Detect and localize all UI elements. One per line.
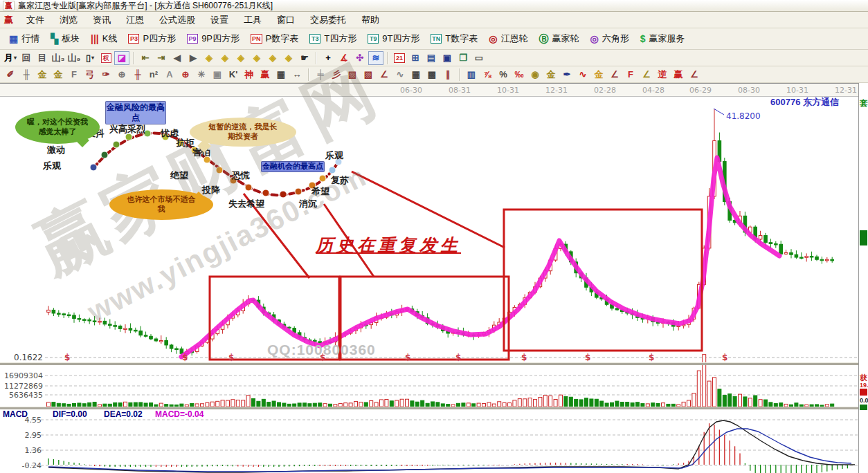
t9-square-button[interactable]: T99T四方形 [363, 30, 424, 47]
shen-tool-icon[interactable]: 神 [242, 68, 257, 82]
marker-icon[interactable]: ✑ [98, 68, 114, 82]
box-target-icon[interactable]: ▣ [210, 68, 225, 82]
last-page-icon[interactable]: ⇥ [154, 51, 169, 65]
save-icon[interactable]: ▣ [440, 51, 455, 65]
period-selector[interactable]: 月▾ [3, 51, 18, 65]
ruler-icon[interactable]: ╫ [130, 68, 145, 82]
p-square-button[interactable]: P3P四方形 [123, 30, 181, 47]
wave-tool-icon: ≋ [372, 53, 380, 63]
menu-item-文件[interactable]: 文件 [19, 12, 52, 28]
angleF-icon[interactable]: F [623, 68, 638, 82]
circle3-icon[interactable]: ⊕ [114, 68, 129, 82]
menu-item-浏览[interactable]: 浏览 [52, 12, 85, 28]
expand-h-icon[interactable]: ◈ [233, 51, 248, 65]
ex-rights-icon[interactable]: 权 [98, 51, 114, 65]
angle-gold-icon[interactable]: ∠ [639, 68, 654, 82]
psych-stage-label: 希望 [311, 185, 329, 198]
ink-icon[interactable]: ✒ [559, 68, 575, 82]
menu-item-江恩[interactable]: 江恩 [118, 12, 152, 28]
menu-item-资讯[interactable]: 资讯 [85, 12, 118, 28]
target-icon[interactable]: ⊕ [178, 68, 193, 82]
last-page-icon: ⇥ [158, 53, 165, 63]
right-strip-label: 19. [860, 382, 868, 389]
drag-hand-icon[interactable]: ☛ [297, 51, 312, 65]
compress-h-icon[interactable]: ◈ [249, 51, 264, 65]
pane-splitter-volume[interactable] [0, 362, 868, 365]
menu-item-窗口[interactable]: 窗口 [269, 12, 302, 28]
winner-wheel-button[interactable]: Ⓑ赢家轮 [534, 30, 584, 47]
ying-angle-icon[interactable]: 赢 [671, 68, 686, 82]
sectors-button[interactable]: ▚板块 [46, 30, 84, 47]
gold-circle-icon[interactable]: ◉ [527, 68, 543, 82]
info-panel-icon[interactable]: 目 [35, 51, 50, 65]
gold-line-icon[interactable]: 金 [543, 68, 559, 82]
windows-icon[interactable]: ❐ [455, 51, 471, 65]
market-button[interactable]: ▦行情 [4, 30, 44, 47]
percent-icon[interactable]: % [496, 68, 511, 82]
next-page-icon: ▶ [190, 53, 197, 63]
pencil-icon[interactable]: ✐ [3, 68, 18, 82]
calendar-icon[interactable]: 21 [392, 51, 407, 65]
grid2-icon[interactable]: ▦ [408, 68, 424, 82]
compress-right-icon[interactable]: ◈ [217, 51, 233, 65]
t-number-button[interactable]: TNT数字表 [426, 30, 482, 47]
wave2-icon[interactable]: ∿ [392, 68, 408, 82]
spiral-icon: 弓 [86, 68, 95, 81]
calculator-icon[interactable]: ⊞ [408, 51, 423, 65]
kline-button[interactable]: |||K线 [86, 30, 122, 47]
candle-style-icon[interactable]: ▯▾ [82, 51, 98, 65]
gann-wheel-button[interactable]: ◎江恩轮 [484, 30, 532, 47]
macd-scale-label: 1.36 [25, 446, 42, 455]
overlay-icon[interactable]: 回 [19, 51, 34, 65]
menu-bar: 赢 文件浏览资讯江恩公式选股设置工具窗口交易委托帮助 [0, 12, 868, 28]
trend-line-icon[interactable]: ∠ [377, 68, 392, 82]
wave-tool-icon[interactable]: ≋ [368, 51, 383, 65]
menu-item-帮助[interactable]: 帮助 [354, 12, 387, 28]
p-number-button[interactable]: PNP数字表 [246, 30, 303, 47]
scale-icon[interactable]: ▥ [464, 68, 479, 82]
channel-icon[interactable]: ∿ [575, 68, 590, 82]
first-page-icon[interactable]: ⇤ [138, 51, 153, 65]
wave-count-icon[interactable]: K' [226, 68, 241, 82]
grid3-icon[interactable]: ▩ [424, 68, 440, 82]
parallel-lines-icon[interactable]: ∥ [440, 68, 455, 82]
pane-splitter-macd[interactable] [0, 407, 868, 409]
bars3-icon[interactable]: 山₃ [51, 51, 66, 65]
grid-icon[interactable]: ╫ [19, 68, 34, 82]
t9-square-icon: T9 [368, 34, 379, 44]
export-icon[interactable]: ▭ [471, 51, 487, 65]
prev-page-icon[interactable]: ◀ [170, 51, 185, 65]
compress-left-icon[interactable]: ◈ [201, 51, 217, 65]
compress-all-icon[interactable]: ◈ [281, 51, 296, 65]
percent7-icon[interactable]: ⅞ [480, 68, 495, 82]
chart-color-icon[interactable]: ◪ [114, 51, 129, 65]
menu-item-工具[interactable]: 工具 [236, 12, 269, 28]
menu-item-交易委托[interactable]: 交易委托 [302, 12, 354, 28]
notes-icon[interactable]: ▤ [424, 51, 439, 65]
menu-item-公式选股[interactable]: 公式选股 [152, 12, 203, 28]
gold-grid-icon[interactable]: 金 [35, 68, 50, 82]
arc-icon[interactable]: A [162, 68, 177, 82]
angle1-icon[interactable]: ∠ [607, 68, 622, 82]
angle3-icon[interactable]: ∠ [687, 68, 702, 82]
n2-icon[interactable]: n² [146, 68, 161, 82]
bars9-icon[interactable]: 山₉ [66, 51, 82, 65]
ying-tool-icon[interactable]: 赢 [257, 68, 273, 82]
shen-tool-icon: 神 [245, 68, 254, 81]
expand-all-icon[interactable]: ◈ [265, 51, 280, 65]
gold-grid2-icon[interactable]: 金 [51, 68, 66, 82]
drawing-toolbar: ✐╫金金F弓✑⊕╫n²A⊕✳▣K'神赢▦↔╪彡▨▧∠∿▦▩∥▥⅞%‰◉金✒∿金∠… [0, 66, 868, 83]
t-square-icon: T3 [309, 34, 320, 44]
menu-item-设置[interactable]: 设置 [203, 12, 236, 28]
hexagon-button[interactable]: ◎六角形 [586, 30, 634, 47]
spiral-icon[interactable]: 弓 [82, 68, 98, 82]
speed-line-icon[interactable]: 逆 [655, 68, 670, 82]
next-page-icon[interactable]: ▶ [186, 51, 201, 65]
winner-service-button[interactable]: $赢家服务 [635, 30, 690, 47]
star-icon[interactable]: ✳ [194, 68, 209, 82]
p9-square-button[interactable]: P99P四方形 [182, 30, 244, 47]
permille-icon[interactable]: ‰ [512, 68, 527, 82]
fibo-icon[interactable]: F [66, 68, 82, 82]
gold2-icon[interactable]: 金 [591, 68, 606, 82]
expand-h-icon: ◈ [237, 53, 244, 63]
